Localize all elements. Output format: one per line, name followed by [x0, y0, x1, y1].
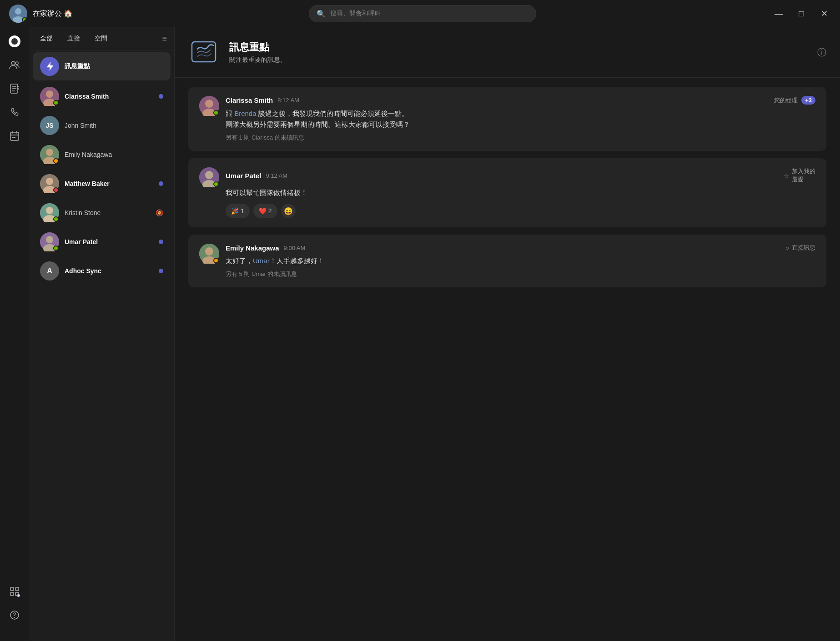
svg-point-24 [46, 149, 53, 156]
search-container: 🔍 搜尋、開會和呼叫 [73, 5, 772, 22]
emily-mention: Umar [253, 257, 270, 265]
umar-msg-meta: Umar Patel 9:12 AM ☆ 加入我的最愛 [226, 167, 815, 184]
emily-avatar [40, 145, 59, 164]
channel-subtitle: 關注最重要的訊息。 [229, 56, 808, 64]
heart-count: 2 [268, 207, 272, 215]
party-emoji: 🎉 [231, 207, 239, 215]
umar-msg-action[interactable]: ☆ 加入我的最愛 [784, 167, 815, 184]
close-button[interactable]: ✕ [817, 7, 831, 20]
window-controls: — □ ✕ [772, 7, 831, 20]
umar-name: Umar Patel [65, 238, 153, 245]
maximize-button[interactable]: □ [795, 7, 808, 20]
umar-msg-avatar [199, 167, 219, 187]
emily-msg-avatar [199, 244, 219, 264]
clarissa-badge-count: +3 [801, 96, 815, 105]
chat-item-emily-nakagawa[interactable]: Emily Nakagawa [33, 140, 171, 169]
umar-msg-time: 9:12 AM [266, 172, 287, 179]
umar-avatar [40, 232, 59, 251]
chat-item-clarissa-smith[interactable]: Clarissa Smith [33, 82, 171, 110]
highlights-info: 訊息重點 [65, 62, 163, 70]
adhoc-avatar: A [40, 261, 59, 280]
kristin-avatar [40, 203, 59, 222]
messages-container: Clarissa Smith 8:12 AM 您的經理 +3 跟 Brenda … [175, 78, 840, 641]
apps-icon [9, 586, 20, 600]
chat-item-matthew-baker[interactable]: Matthew Baker [33, 170, 171, 198]
party-count: 1 [241, 207, 244, 215]
svg-rect-11 [12, 137, 14, 138]
sidebar-item-help[interactable] [4, 606, 25, 627]
svg-point-40 [205, 171, 213, 179]
channel-title: 訊息重點 [229, 40, 808, 54]
umar-msg-body: Umar Patel 9:12 AM ☆ 加入我的最愛 我可以幫忙團隊做情緒板！… [226, 167, 815, 218]
svg-point-21 [46, 90, 53, 98]
chat-list-menu-icon[interactable]: ≡ [162, 34, 167, 44]
clarissa-unread [159, 94, 163, 99]
svg-rect-13 [10, 587, 14, 591]
umar-msg-status [213, 181, 219, 187]
add-reaction-button[interactable]: 😄 [281, 204, 296, 218]
emily-unread-info: 另有 5 則 Umar 的未讀訊息 [226, 270, 815, 278]
matthew-info: Matthew Baker [65, 180, 153, 187]
chat-icon [9, 35, 20, 50]
sidebar-item-chat[interactable] [4, 32, 25, 54]
emily-msg-text: 太好了，Umar！人手越多越好！ [226, 255, 815, 266]
adhoc-name: Adhoc Sync [65, 267, 153, 275]
emily-msg-name: Emily Nakagawa [226, 244, 279, 252]
title-bar: 在家辦公 🏠 🔍 搜尋、開會和呼叫 — □ ✕ [0, 0, 840, 27]
search-icon: 🔍 [317, 10, 326, 18]
svg-point-4 [11, 38, 18, 45]
reaction-heart[interactable]: ❤️ 2 [253, 204, 277, 218]
reaction-party[interactable]: 🎉 1 [226, 204, 250, 218]
filter-space[interactable]: 空間 [91, 33, 111, 45]
minimize-button[interactable]: — [772, 7, 785, 20]
clarissa-status [53, 100, 59, 105]
svg-rect-15 [10, 592, 14, 596]
chat-item-umar-patel[interactable]: Umar Patel [33, 228, 171, 256]
svg-point-30 [46, 207, 53, 214]
filter-all[interactable]: 全部 [36, 33, 56, 45]
matthew-status [53, 187, 59, 193]
umar-reactions: 🎉 1 ❤️ 2 😄 [226, 204, 815, 218]
svg-point-37 [205, 100, 213, 108]
filter-direct[interactable]: 直接 [64, 33, 84, 45]
chat-item-highlights[interactable]: 訊息重點 [33, 52, 171, 80]
highlights-name: 訊息重點 [65, 62, 163, 70]
chat-item-kristin-stone[interactable]: Kristin Stone 🔕 [33, 199, 171, 227]
sidebar-item-apps[interactable] [4, 582, 25, 604]
user-avatar[interactable] [9, 5, 27, 23]
message-card-clarissa: Clarissa Smith 8:12 AM 您的經理 +3 跟 Brenda … [188, 87, 826, 151]
kristin-name: Kristin Stone [65, 209, 150, 216]
kristin-info: Kristin Stone [65, 209, 150, 216]
emily-msg-action[interactable]: ○ 直接訊息 [785, 244, 815, 252]
user-status-text: 在家辦公 🏠 [33, 9, 73, 19]
emily-info: Emily Nakagawa [65, 151, 163, 158]
channel-info-icon[interactable]: ⓘ [817, 46, 826, 59]
svg-point-33 [46, 236, 53, 243]
matthew-avatar [40, 174, 59, 193]
sidebar-item-phone[interactable] [4, 103, 25, 125]
kristin-mute-icon: 🔕 [156, 209, 163, 216]
svg-point-1 [15, 8, 21, 15]
john-info: John Smith [65, 122, 163, 129]
clarissa-msg-text: 跟 Brenda 談過之後，我發現我們的時間可能必須延後一點。團隊大概另外需要兩… [226, 108, 815, 130]
svg-rect-12 [14, 137, 15, 138]
emily-msg-header: Emily Nakagawa 9:00 AM ○ 直接訊息 太好了，Umar！人… [199, 244, 815, 278]
star-icon: ☆ [784, 172, 789, 179]
umar-info: Umar Patel [65, 238, 153, 245]
svg-rect-8 [17, 86, 19, 87]
sidebar-icons [0, 27, 29, 641]
chat-item-john-smith[interactable]: JS John Smith [33, 111, 171, 140]
sidebar-item-people[interactable] [4, 55, 25, 77]
sidebar-item-contacts[interactable] [4, 79, 25, 101]
search-bar[interactable]: 🔍 搜尋、開會和呼叫 [309, 5, 536, 22]
clarissa-mention: Brenda [234, 110, 256, 117]
clarissa-unread-info: 另有 1 則 Clarissa 的未讀訊息 [226, 134, 815, 142]
emily-name: Emily Nakagawa [65, 151, 163, 158]
clarissa-msg-badge: 您的經理 +3 [774, 96, 815, 105]
svg-point-5 [11, 61, 15, 65]
help-icon [9, 610, 20, 623]
chat-list: 訊息重點 Clarissa Smith [29, 50, 174, 641]
chat-item-adhoc-sync[interactable]: A Adhoc Sync [33, 257, 171, 285]
message-card-umar: Umar Patel 9:12 AM ☆ 加入我的最愛 我可以幫忙團隊做情緒板！… [188, 158, 826, 227]
sidebar-item-calendar[interactable] [4, 126, 25, 148]
